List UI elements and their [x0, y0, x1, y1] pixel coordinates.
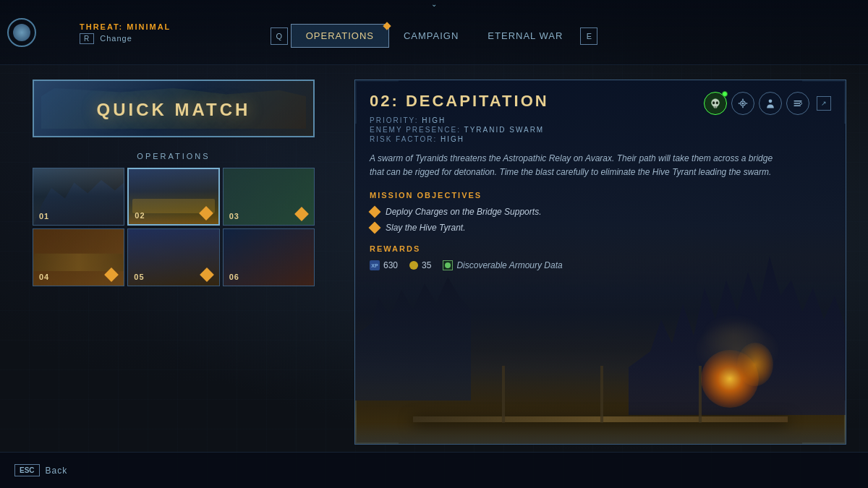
op-card-03[interactable]: 03 [223, 168, 315, 226]
threat-label: THREAT: MINIMAL [80, 22, 171, 31]
tab-operations[interactable]: Operations [291, 24, 389, 48]
tab-eternal-war[interactable]: Eternal War [473, 25, 577, 47]
op-diamond-03 [294, 207, 309, 221]
op-card-01[interactable]: 01 [33, 168, 124, 226]
mission-icon-skull[interactable] [704, 92, 727, 115]
esc-key: ESC [14, 464, 40, 476]
person-svg [765, 98, 776, 109]
threat-change: R Change [80, 34, 171, 43]
objective-2: Slay the Hive Tyrant. [370, 223, 831, 233]
back-button[interactable]: ESC Back [14, 464, 67, 476]
threat-icon [7, 18, 36, 47]
op-diamond-04 [104, 267, 119, 282]
gold-value: 35 [422, 260, 431, 270]
svg-rect-14 [793, 103, 799, 104]
back-label: Back [46, 466, 68, 476]
rewards-header: REWARDS [370, 244, 831, 253]
xp-value: 630 [383, 260, 398, 270]
op-card-04[interactable]: 04 [33, 228, 124, 286]
op-icon-03 [297, 209, 308, 221]
quick-match-button[interactable]: QUICK MATCH [33, 80, 315, 137]
obj-icon-2 [370, 223, 380, 233]
mission-description: A swarm of Tyranids threatens the Astrop… [370, 152, 775, 179]
rewards-section: REWARDS XP 630 35 Discoverable Armoury D… [370, 244, 831, 270]
svg-rect-10 [739, 103, 740, 104]
svg-rect-13 [793, 100, 801, 102]
mission-icons: ↗ [704, 92, 831, 115]
svg-rect-3 [714, 106, 718, 108]
obj-diamond-2 [369, 222, 381, 234]
threat-icon-inner [13, 24, 30, 41]
change-key[interactable]: R [80, 33, 94, 44]
svg-point-12 [769, 99, 773, 103]
mission-scene [355, 256, 846, 444]
skull-check [722, 91, 728, 97]
svg-rect-11 [746, 103, 747, 104]
op-label-01: 01 [39, 212, 49, 221]
svg-point-7 [741, 102, 744, 104]
left-panel: QUICK MATCH OPERATIONS 01 02 [33, 80, 336, 286]
op-label-03: 03 [229, 212, 239, 221]
scene-support-2 [600, 366, 603, 423]
svg-rect-9 [742, 106, 744, 108]
mission-content: ↗ 02: DECAPITATION PRIORITY: HIGH ENEMY … [355, 80, 846, 282]
objectives-list: Deploy Charges on the Bridge Supports. S… [370, 207, 831, 233]
item-icon [443, 260, 453, 270]
item-icon-inner [445, 262, 451, 268]
reward-item: Discoverable Armoury Data [443, 260, 562, 270]
rewards-list: XP 630 35 Discoverable Armoury Data [370, 260, 831, 270]
op-label-02: 02 [135, 211, 145, 220]
threat-section: THREAT: MINIMAL R Change [43, 0, 171, 65]
scene-smoke2 [701, 314, 766, 357]
objectives-header: MISSION OBJECTIVES [370, 191, 831, 200]
reward-xp: XP 630 [370, 260, 398, 270]
skull-svg [710, 98, 721, 109]
xp-icon: XP [370, 260, 380, 270]
bottom-bar: ESC Back [0, 452, 868, 488]
obj-icon-1 [370, 207, 380, 217]
operations-title: OPERATIONS [33, 152, 315, 160]
obj-diamond-1 [369, 206, 381, 218]
meta-priority: PRIORITY: HIGH [370, 116, 831, 124]
op-label-04: 04 [39, 273, 49, 281]
change-label[interactable]: Change [100, 34, 132, 43]
top-navigation: ⌄ THREAT: MINIMAL R Change Q Operations … [0, 0, 868, 65]
q-key: Q [271, 27, 288, 45]
item-label: Discoverable Armoury Data [456, 260, 562, 270]
scene-support-1 [502, 366, 505, 423]
right-panel: ↗ 02: DECAPITATION PRIORITY: HIGH ENEMY … [354, 80, 846, 445]
meta-enemy: ENEMY PRESENCE: TYRANID SWARM [370, 126, 831, 134]
op-card-05[interactable]: 05 [127, 228, 219, 286]
mission-icon-person[interactable] [759, 92, 782, 115]
svg-point-16 [799, 102, 801, 104]
gear-svg [737, 98, 749, 109]
settings-svg [792, 98, 804, 109]
mission-icon-settings[interactable] [786, 92, 809, 115]
expand-button[interactable]: ↗ [817, 96, 831, 111]
ops-grid: 01 02 03 [33, 168, 315, 286]
svg-rect-8 [742, 99, 744, 100]
tab-campaign[interactable]: Campaign [389, 25, 473, 47]
op-label-05: 05 [134, 273, 144, 281]
meta-risk: RISK FACTOR: HIGH [370, 135, 831, 143]
e-key: E [580, 27, 597, 45]
mission-icon-gear[interactable] [731, 92, 754, 115]
nav-tabs: Q Operations Campaign Eternal War E [268, 24, 601, 48]
objective-2-text: Slay the Hive Tyrant. [386, 223, 465, 233]
op-diamond-02 [199, 206, 213, 221]
objective-1-text: Deploy Charges on the Bridge Supports. [386, 207, 541, 217]
op-icon-04 [106, 270, 118, 281]
svg-point-2 [716, 101, 718, 104]
scene-ground-fog [355, 422, 846, 444]
op-card-02[interactable]: 02 [127, 168, 219, 226]
op-card-06[interactable]: 06 [223, 228, 315, 286]
mission-meta: PRIORITY: HIGH ENEMY PRESENCE: TYRANID S… [370, 116, 831, 143]
op-icon-05 [202, 270, 213, 281]
svg-rect-15 [793, 105, 801, 106]
op-label-06: 06 [229, 273, 239, 281]
operations-section: OPERATIONS 01 02 [33, 152, 315, 286]
nav-chevron: ⌄ [427, 0, 441, 7]
op-diamond-05 [200, 267, 214, 282]
quick-match-label: QUICK MATCH [34, 81, 313, 137]
svg-point-1 [712, 101, 715, 104]
